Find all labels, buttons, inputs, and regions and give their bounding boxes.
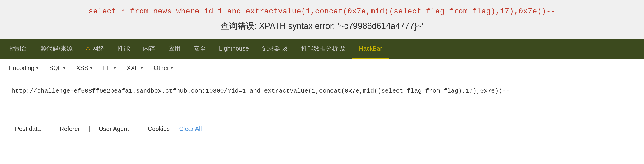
hackbar-toolbar: Encoding ▾ SQL ▾ XSS ▾ LFI ▾ XXE ▾ Other… <box>0 59 644 77</box>
tab-source-label: 源代码/来源 <box>40 44 72 53</box>
tab-console[interactable]: 控制台 <box>2 39 34 59</box>
tab-source[interactable]: 源代码/来源 <box>34 39 79 59</box>
other-chevron-icon: ▾ <box>171 66 173 71</box>
tab-lighthouse[interactable]: Lighthouse <box>212 39 255 59</box>
cookies-checkbox-item[interactable]: Cookies <box>138 125 170 132</box>
sql-label: SQL <box>49 64 61 72</box>
tab-application[interactable]: 应用 <box>162 39 187 59</box>
xxe-label: XXE <box>127 64 139 72</box>
xxe-dropdown-button[interactable]: XXE ▾ <box>122 62 147 74</box>
tab-security-label: 安全 <box>194 44 206 53</box>
tab-security[interactable]: 安全 <box>187 39 212 59</box>
tab-network[interactable]: ⚠ 网络 <box>79 39 111 59</box>
tab-memory[interactable]: 内存 <box>136 39 162 59</box>
tab-network-label: 网络 <box>92 44 104 53</box>
referer-label: Referer <box>60 125 80 132</box>
encoding-label: Encoding <box>9 64 34 72</box>
lfi-dropdown-button[interactable]: LFI ▾ <box>99 62 120 74</box>
tab-hackbar[interactable]: HackBar <box>352 39 389 59</box>
tab-recorder-label: 记录器 及 <box>262 44 288 53</box>
error-message-display: 查询错误: XPATH syntax error: '~c79986d614a4… <box>220 21 424 32</box>
tab-memory-label: 内存 <box>143 44 155 53</box>
tab-application-label: 应用 <box>168 44 180 53</box>
url-input-area <box>0 77 644 118</box>
referer-checkbox-item[interactable]: Referer <box>50 125 80 132</box>
other-dropdown-button[interactable]: Other ▾ <box>150 62 177 74</box>
post-data-checkbox-item[interactable]: Post data <box>6 125 41 132</box>
encoding-dropdown-button[interactable]: Encoding ▾ <box>5 62 42 74</box>
user-agent-checkbox[interactable] <box>90 126 96 132</box>
xss-dropdown-button[interactable]: XSS ▾ <box>72 62 96 74</box>
user-agent-checkbox-item[interactable]: User Agent <box>90 125 129 132</box>
sql-dropdown-button[interactable]: SQL ▾ <box>45 62 70 74</box>
xss-chevron-icon: ▾ <box>90 66 92 71</box>
cookies-label: Cookies <box>148 125 170 132</box>
tab-lighthouse-label: Lighthouse <box>219 45 249 52</box>
tab-perf-data-label: 性能数据分析 及 <box>301 44 346 53</box>
other-label: Other <box>154 64 169 72</box>
cookies-checkbox[interactable] <box>138 126 145 132</box>
clear-all-button[interactable]: Clear All <box>179 125 202 132</box>
tab-console-label: 控制台 <box>9 44 27 53</box>
url-input[interactable] <box>6 82 638 112</box>
tab-perf-data[interactable]: 性能数据分析 及 <box>295 39 352 59</box>
tab-performance-label: 性能 <box>118 44 130 53</box>
encoding-chevron-icon: ▾ <box>36 66 38 71</box>
bottom-bar: Post data Referer User Agent Cookies Cle… <box>0 118 644 139</box>
post-data-checkbox[interactable] <box>6 126 12 132</box>
tab-hackbar-label: HackBar <box>359 45 382 52</box>
tab-recorder[interactable]: 记录器 及 <box>255 39 294 59</box>
referer-checkbox[interactable] <box>50 126 57 132</box>
top-content-area: select * from news where id=1 and extrac… <box>0 0 644 39</box>
xss-label: XSS <box>76 64 88 72</box>
post-data-label: Post data <box>15 125 41 132</box>
lfi-label: LFI <box>103 64 112 72</box>
user-agent-label: User Agent <box>99 125 129 132</box>
warning-icon: ⚠ <box>86 46 90 52</box>
xxe-chevron-icon: ▾ <box>141 66 143 71</box>
lfi-chevron-icon: ▾ <box>114 66 116 71</box>
sql-chevron-icon: ▾ <box>63 66 65 71</box>
tab-performance[interactable]: 性能 <box>111 39 136 59</box>
devtools-tab-bar: 控制台 源代码/来源 ⚠ 网络 性能 内存 应用 安全 Lighthouse 记… <box>0 39 644 59</box>
sql-query-display: select * from news where id=1 and extrac… <box>88 7 556 16</box>
